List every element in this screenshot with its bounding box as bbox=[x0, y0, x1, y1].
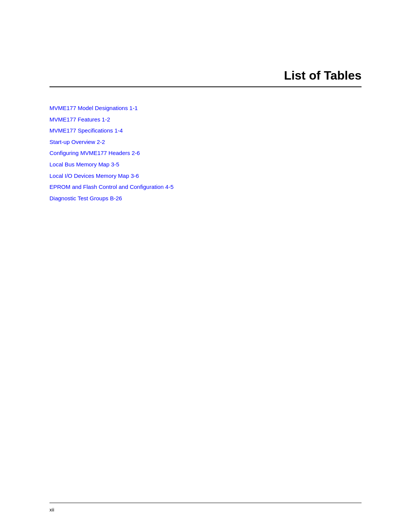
toc-item: Local Bus Memory Map 3-5 bbox=[49, 159, 362, 170]
toc-link[interactable]: MVME177 Model Designations 1-1 bbox=[49, 105, 138, 111]
page-title: List of Tables bbox=[49, 69, 362, 83]
toc-item: Diagnostic Test Groups B-26 bbox=[49, 193, 362, 204]
page-number: xii bbox=[49, 507, 54, 513]
page: List of Tables MVME177 Model Designation… bbox=[0, 0, 411, 532]
toc-link[interactable]: Start-up Overview 2-2 bbox=[49, 139, 105, 145]
toc-item: MVME177 Model Designations 1-1 bbox=[49, 102, 362, 114]
header-space bbox=[49, 0, 362, 69]
footer-divider bbox=[49, 503, 362, 503]
toc-item: Local I/O Devices Memory Map 3-6 bbox=[49, 170, 362, 182]
toc-link[interactable]: MVME177 Features 1-2 bbox=[49, 116, 110, 123]
toc-link[interactable]: Configuring MVME177 Headers 2-6 bbox=[49, 150, 140, 156]
toc-link[interactable]: Local Bus Memory Map 3-5 bbox=[49, 161, 119, 168]
toc-link[interactable]: Local I/O Devices Memory Map 3-6 bbox=[49, 173, 139, 179]
title-section: List of Tables bbox=[49, 69, 362, 87]
toc-item: Start-up Overview 2-2 bbox=[49, 136, 362, 148]
toc-link[interactable]: EPROM and Flash Control and Configuratio… bbox=[49, 184, 174, 190]
toc-item: EPROM and Flash Control and Configuratio… bbox=[49, 181, 362, 193]
toc-item: MVME177 Features 1-2 bbox=[49, 114, 362, 125]
toc-item: MVME177 Specifications 1-4 bbox=[49, 125, 362, 136]
page-footer: xii bbox=[49, 503, 362, 513]
toc-link[interactable]: MVME177 Specifications 1-4 bbox=[49, 127, 123, 134]
toc-link[interactable]: Diagnostic Test Groups B-26 bbox=[49, 195, 122, 201]
toc-item: Configuring MVME177 Headers 2-6 bbox=[49, 147, 362, 159]
toc-list: MVME177 Model Designations 1-1MVME177 Fe… bbox=[49, 102, 362, 204]
